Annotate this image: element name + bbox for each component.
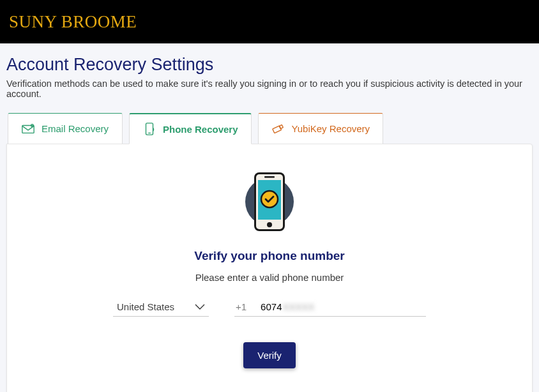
tab-email-recovery[interactable]: Email Recovery <box>8 113 123 144</box>
verify-button[interactable]: Verify <box>243 342 296 368</box>
header-bar: SUNY BROOME <box>0 0 539 43</box>
page-subtitle: Verification methods can be used to make… <box>6 79 533 99</box>
tab-yubikey-recovery[interactable]: YubiKey Recovery <box>258 113 384 144</box>
page-title: Account Recovery Settings <box>6 55 533 75</box>
phone-graphic <box>20 170 519 234</box>
phone-form-row: United States +1 6074XXXXX <box>20 298 519 317</box>
phone-number-display: 6074XXXXX <box>261 301 314 312</box>
tab-label: Email Recovery <box>42 123 109 134</box>
envelope-icon <box>21 122 35 136</box>
country-label: United States <box>117 301 174 312</box>
svg-point-10 <box>267 222 272 227</box>
tab-label: Phone Recovery <box>163 124 238 135</box>
tab-phone-recovery[interactable]: Phone Recovery <box>129 113 252 144</box>
svg-rect-5 <box>279 124 283 128</box>
content-area: Account Recovery Settings Verification m… <box>0 43 539 392</box>
verify-subtitle: Please enter a valid phone number <box>20 272 519 283</box>
usb-key-icon <box>271 122 285 136</box>
brand-logo: SUNY BROOME <box>9 12 137 32</box>
verify-title: Verify your phone number <box>20 249 519 263</box>
svg-rect-11 <box>264 176 275 178</box>
tab-label: YubiKey Recovery <box>292 123 370 134</box>
phone-visible-part: 6074 <box>261 301 282 312</box>
phone-icon <box>142 122 156 136</box>
tabs: Email Recovery Phone Recovery YubiKey Re… <box>8 113 533 144</box>
chevron-down-icon <box>195 301 205 312</box>
tab-panel-phone: Verify your phone number Please enter a … <box>6 144 533 392</box>
country-select[interactable]: United States <box>113 298 209 317</box>
verify-button-wrap: Verify <box>20 342 519 368</box>
phone-blurred-part: XXXXX <box>282 301 314 312</box>
phone-prefix: +1 <box>236 301 247 312</box>
phone-input-wrap[interactable]: +1 6074XXXXX <box>234 299 426 317</box>
